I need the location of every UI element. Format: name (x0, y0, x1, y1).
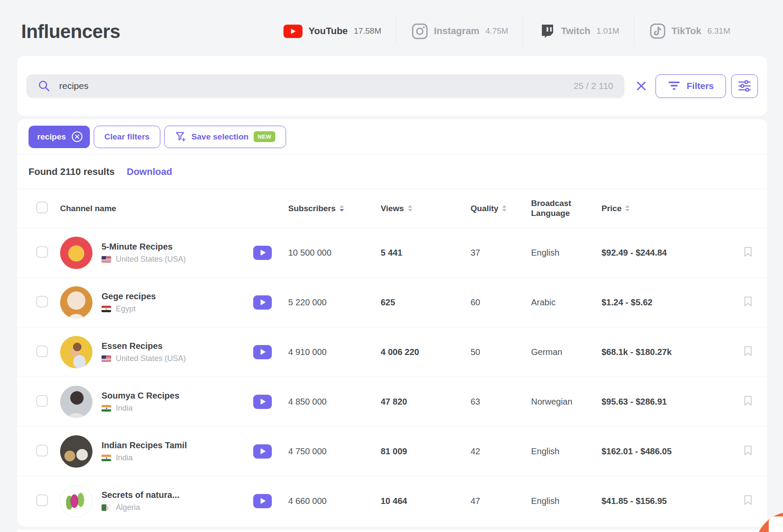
clear-filters-label: Clear filters (105, 132, 150, 142)
header-price[interactable]: Price (602, 204, 743, 213)
channel-name[interactable]: Secrets of natura... (102, 490, 179, 500)
filter-chip-recipes[interactable]: recipes (29, 126, 90, 148)
tab-twitch[interactable]: Twitch 1.01M (523, 16, 634, 46)
header-subscribers[interactable]: Subscribers (288, 204, 381, 213)
channel-name[interactable]: Indian Recipes Tamil (102, 440, 187, 450)
language-value: Arabic (531, 298, 602, 307)
filters-button[interactable]: Filters (656, 74, 726, 98)
tab-count: 1.01M (596, 26, 619, 36)
youtube-play-button[interactable] (253, 295, 272, 310)
row-checkbox[interactable] (36, 494, 48, 506)
instagram-icon (412, 23, 428, 39)
language-value: German (531, 347, 602, 357)
country-flag-icon (102, 455, 111, 461)
bookmark-icon[interactable] (743, 395, 753, 406)
channel-avatar[interactable] (60, 435, 92, 468)
play-icon (261, 399, 266, 405)
search-input[interactable] (59, 81, 565, 91)
active-filters-row: recipes Clear filters Save selection NEW (17, 119, 767, 154)
row-checkbox[interactable] (36, 345, 48, 357)
subscribers-value: 4 910 000 (288, 347, 381, 357)
row-checkbox[interactable] (36, 296, 48, 307)
row-checkbox[interactable] (36, 445, 48, 456)
bookmark-icon[interactable] (743, 494, 753, 506)
table-row: Essen Recipes United States (USA) 4 910 … (17, 327, 767, 377)
sort-icon[interactable] (625, 205, 630, 212)
views-value: 81 009 (381, 446, 471, 456)
subscribers-value: 4 750 000 (288, 446, 381, 456)
download-link[interactable]: Download (127, 166, 172, 177)
sort-icon[interactable] (502, 205, 506, 212)
price-value: $41.85 - $156.95 (602, 496, 743, 506)
channel-country: Algeria (102, 503, 179, 512)
tiktok-icon (650, 23, 665, 39)
platform-tabs: YouTube 17.58M Instagram 4.75M Twitch 1.… (277, 16, 745, 46)
funnel-plus-icon (175, 131, 186, 142)
quality-value: 50 (471, 347, 531, 357)
price-value: $92.49 - $244.84 (602, 248, 743, 258)
play-icon (261, 448, 266, 454)
channel-name[interactable]: Gege recipes (102, 291, 156, 301)
channel-name[interactable]: Essen Recipes (102, 341, 186, 351)
bookmark-icon[interactable] (743, 296, 753, 307)
row-checkbox[interactable] (36, 395, 48, 407)
bookmark-icon[interactable] (743, 445, 753, 456)
filter-settings-button[interactable] (731, 74, 758, 98)
channel-avatar[interactable] (60, 336, 92, 368)
channel-name[interactable]: 5-Minute Recipes (102, 242, 186, 252)
tab-count: 17.58M (354, 26, 381, 36)
table-row: Gege recipes Egypt 5 220 000 625 60 Arab… (17, 277, 767, 327)
table-row: Indian Recipes Tamil India 4 750 000 81 … (17, 426, 767, 476)
tab-youtube[interactable]: YouTube 17.58M (277, 16, 396, 46)
bookmark-icon[interactable] (743, 246, 753, 257)
sort-icon[interactable] (408, 205, 412, 212)
sliders-icon (738, 79, 751, 92)
youtube-icon (283, 25, 302, 38)
clear-search-button[interactable] (630, 75, 652, 97)
quality-value: 60 (471, 298, 531, 307)
close-icon (636, 80, 647, 92)
country-flag-icon (102, 306, 111, 312)
tab-label: Twitch (561, 25, 590, 37)
channel-avatar[interactable] (60, 286, 92, 319)
channel-avatar[interactable] (60, 237, 92, 269)
save-selection-button[interactable]: Save selection NEW (164, 126, 286, 148)
youtube-play-button[interactable] (253, 246, 272, 260)
table-row: 5-Minute Recipes United States (USA) 10 … (17, 228, 767, 277)
chat-bubble-icon (769, 516, 783, 532)
country-flag-icon (102, 355, 111, 362)
header-views[interactable]: Views (381, 204, 471, 213)
select-all-checkbox[interactable] (36, 202, 48, 213)
results-count: Found 2110 results (29, 166, 115, 177)
tab-tiktok[interactable]: TikTok 6.31M (634, 16, 745, 46)
clear-filters-button[interactable]: Clear filters (94, 126, 161, 148)
views-value: 47 820 (381, 397, 471, 407)
search-icon (38, 79, 51, 92)
youtube-play-button[interactable] (253, 494, 272, 508)
youtube-play-button[interactable] (253, 345, 272, 359)
language-value: Norwegian (531, 397, 602, 407)
header-broadcast-language: Broadcast Language (531, 199, 583, 218)
channel-name[interactable]: Soumya C Recipes (102, 391, 179, 401)
channel-avatar[interactable] (60, 485, 92, 517)
youtube-play-button[interactable] (253, 444, 272, 459)
search-input-container: 25 / 2 110 (26, 74, 624, 98)
header-channel-name: Channel name (60, 204, 253, 213)
play-icon (261, 250, 266, 256)
results-card: recipes Clear filters Save selection NEW… (17, 119, 767, 526)
row-checkbox[interactable] (36, 246, 48, 258)
price-value: $95.63 - $286.91 (602, 397, 743, 407)
sort-icon[interactable] (340, 205, 344, 212)
filters-button-label: Filters (687, 81, 714, 91)
bookmark-icon[interactable] (743, 345, 753, 357)
tab-instagram[interactable]: Instagram 4.75M (396, 16, 523, 46)
influencers-page: Influencers YouTube 17.58M Instagram 4.7… (0, 0, 783, 532)
youtube-play-button[interactable] (253, 395, 272, 409)
table-row: Soumya C Recipes India 4 850 000 47 820 … (17, 377, 767, 426)
header-quality[interactable]: Quality (471, 204, 531, 213)
remove-chip-icon[interactable] (71, 131, 83, 142)
channel-avatar[interactable] (60, 386, 92, 418)
play-icon (261, 498, 266, 504)
tab-count: 4.75M (485, 26, 508, 36)
views-value: 10 464 (381, 496, 471, 506)
